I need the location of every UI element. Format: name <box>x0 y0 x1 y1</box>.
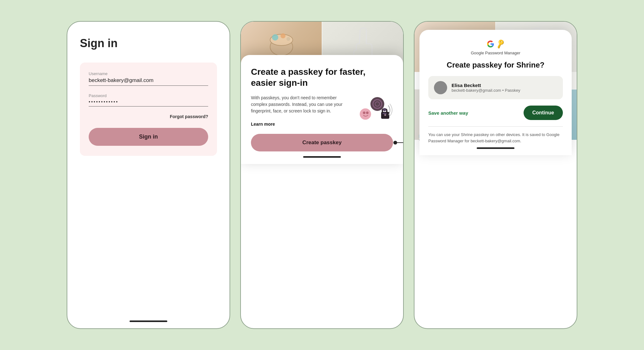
svg-point-4 <box>286 37 290 41</box>
modal-body: With passkeys, you don't need to remembe… <box>251 95 393 128</box>
gpm-actions: Save another way Continue <box>428 106 563 120</box>
signin-form: Username beckett-bakery@gmail.com Passwo… <box>80 63 217 156</box>
create-passkey-label: Create passkey <box>303 139 342 145</box>
gpm-logo: 🔑 <box>428 40 563 48</box>
passkey-svg <box>358 95 393 123</box>
passkey-illustration <box>358 95 393 123</box>
svg-point-16 <box>384 114 386 116</box>
account-avatar <box>434 81 447 94</box>
gpm-subtitle: Google Password Manager <box>428 51 563 55</box>
learn-more-link[interactable]: Learn more <box>251 122 275 127</box>
svg-point-11 <box>366 112 369 114</box>
key-icon: 🔑 <box>495 39 506 49</box>
signin-button[interactable]: Sign in <box>89 128 208 146</box>
person-icon <box>436 83 445 92</box>
password-value[interactable]: •••••••••••• <box>89 99 208 107</box>
gpm-modal: 🔑 Google Password Manager Create passkey… <box>419 30 572 155</box>
gpm-divider <box>428 126 563 127</box>
account-info: Elisa Beckett beckett-bakery@gmail.com •… <box>452 83 520 93</box>
svg-point-9 <box>360 108 371 120</box>
passkey-modal: Create a passkey for faster, easier sign… <box>241 55 403 164</box>
create-passkey-button[interactable]: Create passkey <box>251 134 393 151</box>
modal-title: Create a passkey for faster, easier sign… <box>251 66 393 88</box>
gpm-main-title: Create passkey for Shrine? <box>428 60 563 70</box>
username-value[interactable]: beckett-bakery@gmail.com <box>89 77 208 86</box>
signin-page-title: Sign in <box>80 37 217 50</box>
svg-point-10 <box>363 112 365 114</box>
arrow-dot-2 <box>393 141 397 145</box>
home-bar-2 <box>303 156 341 158</box>
account-email: beckett-bakery@gmail.com • Passkey <box>452 88 520 93</box>
phone-1-signin: Sign in Username beckett-bakery@gmail.co… <box>67 21 230 329</box>
phone-2-shop: High Tea Cup $36 <box>240 21 404 329</box>
password-label: Password <box>89 93 208 98</box>
gpm-account-card[interactable]: Elisa Beckett beckett-bakery@gmail.com •… <box>428 76 563 99</box>
home-bar-3 <box>477 147 514 149</box>
modal-text: With passkeys, you don't need to remembe… <box>251 95 353 128</box>
save-another-way-button[interactable]: Save another way <box>428 110 468 116</box>
username-label: Username <box>89 71 208 76</box>
google-g-icon <box>487 40 494 48</box>
continue-button[interactable]: Continue <box>524 106 563 120</box>
svg-point-2 <box>272 34 278 41</box>
svg-point-3 <box>280 33 286 38</box>
gpm-footer-text: You can use your Shrine passkey on other… <box>428 132 563 144</box>
phone-3-gpm: High Tea Cup $36 🛒 <box>414 21 577 329</box>
home-bar-1 <box>130 320 167 322</box>
modal-arrow <box>393 140 404 145</box>
forgot-password-link[interactable]: Forgot password? <box>89 114 208 119</box>
account-name: Elisa Beckett <box>452 83 520 88</box>
modal-body-text: With passkeys, you don't need to remembe… <box>251 95 342 113</box>
arrow-shaft-2 <box>397 142 404 143</box>
svg-point-23 <box>439 85 442 88</box>
svg-point-17 <box>383 108 386 111</box>
